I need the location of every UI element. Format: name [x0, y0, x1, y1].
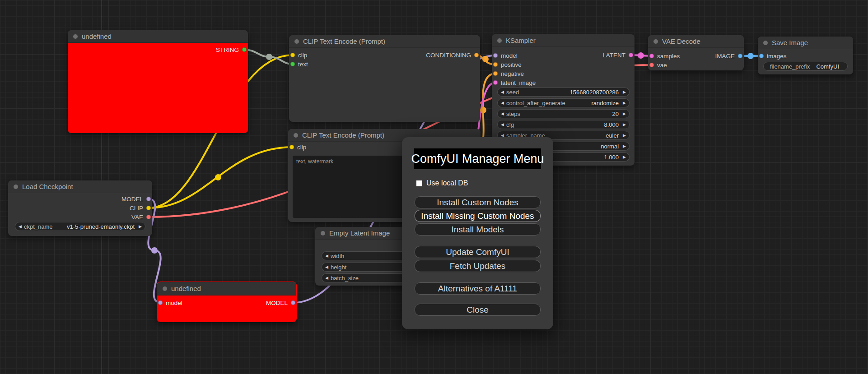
output-port-latent[interactable]	[629, 53, 633, 57]
node-title: KSampler	[506, 37, 536, 44]
reroute-dot-clip[interactable]	[215, 174, 221, 180]
decrement-arrow-icon[interactable]: ◀	[501, 122, 504, 127]
reroute-dot-positive[interactable]	[482, 56, 489, 62]
node-title: Load Checkpoint	[22, 183, 73, 190]
output-port-clip[interactable]	[146, 206, 151, 210]
port-label: model	[166, 300, 182, 306]
input-port-clip[interactable]	[289, 145, 294, 149]
input-port-vae[interactable]	[649, 63, 654, 67]
node-undefined-string[interactable]: undefined STRING	[68, 30, 248, 133]
missing-node-body	[68, 43, 248, 133]
decrement-arrow-icon[interactable]: ◀	[325, 265, 328, 269]
decrement-arrow-icon[interactable]: ◀	[325, 254, 328, 258]
port-label: STRING	[216, 46, 239, 53]
port-label: MODEL	[121, 196, 143, 203]
install-missing-custom-nodes-button[interactable]: Install Missing Custom Nodes	[415, 210, 541, 222]
port-label: model	[501, 52, 518, 59]
reroute-dot-model[interactable]	[151, 247, 158, 254]
input-port-samples[interactable]	[649, 54, 654, 58]
port-label: negative	[501, 70, 524, 77]
widget-ckpt-name[interactable]: ◀ ckpt_name v1-5-pruned-emaonly.ckpt ▶	[15, 222, 145, 231]
port-label: IMAGE	[715, 53, 735, 60]
node-title-bar[interactable]: undefined	[157, 282, 296, 296]
increment-arrow-icon[interactable]: ▶	[623, 155, 626, 159]
widget-filename-prefix[interactable]: filename_prefix ComfyUI	[763, 62, 848, 71]
increment-arrow-icon[interactable]: ▶	[623, 133, 626, 138]
increment-arrow-icon[interactable]: ▶	[139, 224, 142, 229]
reroute-dot-latent[interactable]	[638, 52, 644, 59]
output-port-conditioning[interactable]	[474, 53, 479, 57]
input-port-positive[interactable]	[493, 62, 498, 67]
input-port-images[interactable]	[759, 54, 764, 58]
output-port-model[interactable]	[291, 300, 295, 305]
node-title-bar[interactable]: KSampler	[492, 34, 635, 47]
port-label: samples	[657, 53, 680, 60]
close-button[interactable]: Close	[415, 304, 541, 316]
node-vae-decode[interactable]: VAE Decode samples vae IMAGE	[648, 35, 744, 70]
port-label: text	[298, 61, 308, 68]
output-port-string[interactable]	[242, 47, 247, 52]
increment-arrow-icon[interactable]: ▶	[623, 101, 626, 105]
reroute-dot-string[interactable]	[266, 54, 272, 60]
input-port-model[interactable]	[158, 300, 163, 305]
decrement-arrow-icon[interactable]: ◀	[325, 276, 328, 280]
use-local-db-row[interactable]: Use local DB	[416, 179, 468, 187]
collapse-dot-icon[interactable]	[294, 39, 299, 44]
node-title-bar[interactable]: undefined	[68, 30, 248, 43]
install-custom-nodes-button[interactable]: Install Custom Nodes	[415, 196, 541, 208]
input-port-clip[interactable]	[290, 53, 295, 57]
update-comfyui-button[interactable]: Update ComfyUI	[415, 246, 541, 258]
collapse-dot-icon[interactable]	[497, 38, 502, 43]
collapse-dot-icon[interactable]	[294, 133, 298, 138]
fetch-updates-button[interactable]: Fetch Updates	[415, 260, 541, 272]
input-port-latent-image[interactable]	[493, 80, 498, 85]
install-models-button[interactable]: Install Models	[415, 223, 541, 235]
widget-control-after-generate[interactable]: ◀ control_after_generate randomize ▶	[497, 98, 630, 107]
output-port-image[interactable]	[738, 54, 742, 58]
output-port-vae[interactable]	[146, 215, 151, 219]
node-undefined-model[interactable]: undefined model MODEL	[157, 282, 297, 322]
node-title-bar[interactable]: VAE Decode	[648, 35, 744, 48]
port-label: latent_image	[501, 79, 536, 86]
decrement-arrow-icon[interactable]: ◀	[501, 101, 504, 105]
collapse-dot-icon[interactable]	[14, 185, 18, 189]
input-port-negative[interactable]	[493, 71, 498, 76]
collapse-dot-icon[interactable]	[653, 39, 658, 44]
node-graph-canvas[interactable]: undefined STRING CLIP Text Encode (Promp…	[0, 0, 868, 374]
port-label: vae	[657, 62, 667, 69]
node-title: VAE Decode	[662, 37, 700, 45]
port-label: clip	[297, 144, 306, 151]
decrement-arrow-icon[interactable]: ◀	[501, 111, 504, 116]
node-load-checkpoint[interactable]: Load Checkpoint MODEL CLIP VAE ◀ ckpt_na…	[8, 180, 152, 236]
port-label: MODEL	[266, 300, 288, 306]
widget-steps[interactable]: ◀ steps 20 ▶	[497, 109, 630, 118]
node-title-bar[interactable]: Save Image	[758, 37, 853, 49]
widget-cfg[interactable]: ◀ cfg 8.000 ▶	[497, 120, 630, 129]
decrement-arrow-icon[interactable]: ◀	[19, 224, 22, 229]
collapse-dot-icon[interactable]	[73, 34, 78, 39]
collapse-dot-icon[interactable]	[321, 231, 325, 235]
increment-arrow-icon[interactable]: ▶	[623, 122, 626, 127]
collapse-dot-icon[interactable]	[163, 286, 167, 291]
node-title-bar[interactable]: CLIP Text Encode (Prompt)	[289, 35, 480, 48]
reroute-dot-negative[interactable]	[480, 107, 486, 113]
increment-arrow-icon[interactable]: ▶	[623, 144, 626, 148]
input-port-model[interactable]	[493, 53, 498, 58]
node-title-bar[interactable]: Load Checkpoint	[8, 180, 152, 193]
input-port-text[interactable]	[290, 62, 295, 66]
use-local-db-checkbox[interactable]	[416, 180, 422, 186]
node-title: Empty Latent Image	[329, 229, 390, 237]
increment-arrow-icon[interactable]: ▶	[623, 111, 626, 116]
port-label: CLIP	[130, 205, 143, 212]
reroute-dot-image[interactable]	[747, 53, 754, 59]
output-port-model[interactable]	[146, 197, 151, 201]
collapse-dot-icon[interactable]	[763, 41, 768, 45]
decrement-arrow-icon[interactable]: ◀	[501, 90, 504, 94]
increment-arrow-icon[interactable]: ▶	[623, 90, 626, 94]
node-save-image[interactable]: Save Image images filename_prefix ComfyU…	[758, 37, 853, 74]
port-label: positive	[501, 61, 522, 68]
alternatives-of-a1111-button[interactable]: Alternatives of A1111	[415, 282, 541, 295]
node-clip-text-encode-1[interactable]: CLIP Text Encode (Prompt) clip text COND…	[289, 35, 480, 122]
widget-seed[interactable]: ◀ seed 156680208700286 ▶	[497, 88, 630, 97]
node-title: CLIP Text Encode (Prompt)	[302, 131, 384, 139]
